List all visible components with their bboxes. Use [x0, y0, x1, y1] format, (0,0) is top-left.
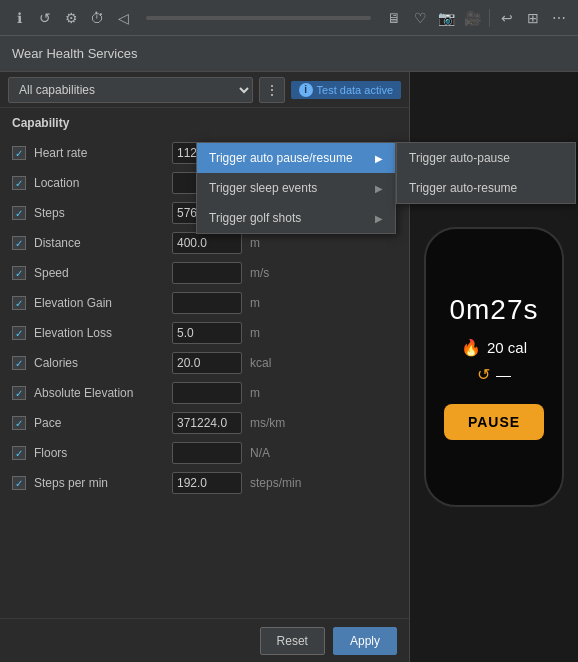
watch-calories-stat: 🔥 20 cal	[461, 338, 527, 357]
layout-icon[interactable]: ⊞	[522, 7, 544, 29]
speed-input[interactable]	[172, 262, 242, 284]
elevation-loss-checkbox[interactable]	[12, 326, 26, 340]
video-icon[interactable]: 🎥	[461, 7, 483, 29]
reset-button[interactable]: Reset	[260, 627, 325, 655]
pace-input[interactable]	[172, 412, 242, 434]
absolute-elevation-input[interactable]	[172, 382, 242, 404]
time-icon[interactable]: ⏱	[86, 7, 108, 29]
table-row: Absolute Elevation m	[12, 378, 397, 408]
arrow-icon: ▶	[375, 183, 383, 194]
undo-icon[interactable]: ↩	[496, 7, 518, 29]
location-checkbox[interactable]	[12, 176, 26, 190]
settings-icon[interactable]: ⚙	[60, 7, 82, 29]
watch-face: 0m27s 🔥 20 cal ↺ — PAUSE	[424, 227, 564, 507]
elevation-loss-unit: m	[250, 326, 300, 340]
table-row: Calories kcal	[12, 348, 397, 378]
floors-input[interactable]	[172, 442, 242, 464]
dropdown-item-trigger-auto-pause-resume[interactable]: Trigger auto pause/resume ▶	[197, 143, 395, 173]
back-icon[interactable]: ◁	[112, 7, 134, 29]
heart-rate-checkbox[interactable]	[12, 146, 26, 160]
table-row: Floors N/A	[12, 438, 397, 468]
dropdown-item-trigger-golf-shots[interactable]: Trigger golf shots ▶	[197, 203, 395, 233]
capabilities-toolbar: All capabilities ⋮ i Test data active	[0, 72, 409, 108]
watch-timer: 0m27s	[449, 294, 538, 326]
pace-label: Pace	[34, 416, 164, 430]
steps-per-min-checkbox[interactable]	[12, 476, 26, 490]
dropdown-item-label: Trigger sleep events	[209, 181, 317, 195]
calories-label: Calories	[34, 356, 164, 370]
floors-checkbox[interactable]	[12, 446, 26, 460]
submenu-item-trigger-auto-pause[interactable]: Trigger auto-pause	[397, 143, 575, 173]
dropdown-item-trigger-sleep-events[interactable]: Trigger sleep events ▶	[197, 173, 395, 203]
steps-per-min-input[interactable]	[172, 472, 242, 494]
table-row: Steps per min steps/min	[12, 468, 397, 498]
dropdown-item-label: Trigger golf shots	[209, 211, 301, 225]
bottom-bar: Reset Apply	[0, 618, 409, 662]
absolute-elevation-unit: m	[250, 386, 300, 400]
steps-per-min-unit: steps/min	[250, 476, 301, 490]
capabilities-dropdown[interactable]: All capabilities	[8, 77, 253, 103]
app-title-bar: Wear Health Services	[0, 36, 578, 72]
watch-calories-value: 20 cal	[487, 339, 527, 356]
fire-icon: 🔥	[461, 338, 481, 357]
speed-unit: m/s	[250, 266, 300, 280]
watch-extra-stat: ↺ —	[477, 365, 511, 384]
elevation-gain-unit: m	[250, 296, 300, 310]
speed-label: Speed	[34, 266, 164, 280]
device-icon[interactable]: 🖥	[383, 7, 405, 29]
submenu-item-label: Trigger auto-pause	[409, 151, 510, 165]
floors-unit: N/A	[250, 446, 300, 460]
progress-bar	[146, 16, 371, 20]
elevation-loss-label: Elevation Loss	[34, 326, 164, 340]
table-row: Pace ms/km	[12, 408, 397, 438]
table-row: Elevation Loss m	[12, 318, 397, 348]
submenu-item-label: Trigger auto-resume	[409, 181, 517, 195]
apply-button[interactable]: Apply	[333, 627, 397, 655]
test-data-badge: i Test data active	[291, 81, 401, 99]
absolute-elevation-label: Absolute Elevation	[34, 386, 164, 400]
distance-label: Distance	[34, 236, 164, 250]
info-icon-badge: i	[299, 83, 313, 97]
location-label: Location	[34, 176, 164, 190]
distance-unit: m	[250, 236, 300, 250]
pace-checkbox[interactable]	[12, 416, 26, 430]
pause-button[interactable]: PAUSE	[444, 404, 544, 440]
elevation-loss-input[interactable]	[172, 322, 242, 344]
distance-checkbox[interactable]	[12, 236, 26, 250]
app-title: Wear Health Services	[12, 46, 137, 61]
heart-rate-label: Heart rate	[34, 146, 164, 160]
table-row: Elevation Gain m	[12, 288, 397, 318]
pace-unit: ms/km	[250, 416, 300, 430]
info-icon[interactable]: ℹ	[8, 7, 30, 29]
floors-label: Floors	[34, 446, 164, 460]
separator	[489, 9, 490, 27]
elevation-gain-checkbox[interactable]	[12, 296, 26, 310]
heart-icon[interactable]: ♡	[409, 7, 431, 29]
camera-icon[interactable]: 📷	[435, 7, 457, 29]
absolute-elevation-checkbox[interactable]	[12, 386, 26, 400]
distance-input[interactable]	[172, 232, 242, 254]
steps-checkbox[interactable]	[12, 206, 26, 220]
steps-label: Steps	[34, 206, 164, 220]
submenu-item-trigger-auto-resume[interactable]: Trigger auto-resume	[397, 173, 575, 203]
dropdown-item-label: Trigger auto pause/resume	[209, 151, 353, 165]
main-content: All capabilities ⋮ i Test data active Ca…	[0, 72, 578, 662]
dropdown-menu: Trigger auto pause/resume ▶ Trigger slee…	[196, 142, 396, 234]
table-row: Speed m/s	[12, 258, 397, 288]
calories-checkbox[interactable]	[12, 356, 26, 370]
elevation-gain-input[interactable]	[172, 292, 242, 314]
menu-button[interactable]: ⋮	[259, 77, 285, 103]
speed-checkbox[interactable]	[12, 266, 26, 280]
elevation-gain-label: Elevation Gain	[34, 296, 164, 310]
more-icon[interactable]: ⋯	[548, 7, 570, 29]
calories-input[interactable]	[172, 352, 242, 374]
capabilities-header: Capability	[12, 116, 397, 130]
recycle-icon: ↺	[477, 365, 490, 384]
arrow-icon: ▶	[375, 153, 383, 164]
submenu: Trigger auto-pause Trigger auto-resume	[396, 142, 576, 204]
steps-per-min-label: Steps per min	[34, 476, 164, 490]
calories-unit: kcal	[250, 356, 300, 370]
arrow-icon: ▶	[375, 213, 383, 224]
toolbar: ℹ ↺ ⚙ ⏱ ◁ 🖥 ♡ 📷 🎥 ↩ ⊞ ⋯	[0, 0, 578, 36]
refresh-icon[interactable]: ↺	[34, 7, 56, 29]
